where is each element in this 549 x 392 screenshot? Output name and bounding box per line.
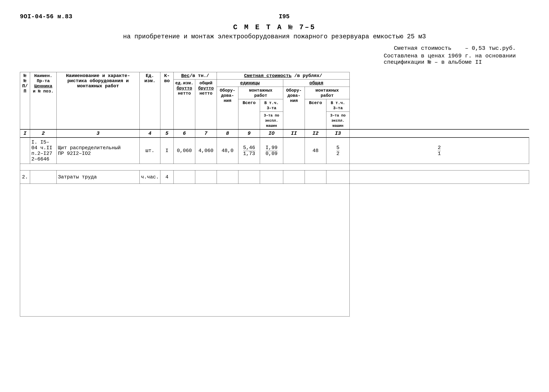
col-header-obsh-vtch: В т.ч.3–та (326, 99, 350, 112)
row1-kvo: I (160, 138, 174, 164)
table-spacer-row (20, 164, 529, 170)
row2-smet-unit-vsego (260, 170, 283, 184)
row2-num: 2. (20, 170, 30, 184)
idx-9: 9 (238, 129, 260, 138)
idx-7: 7 (195, 129, 217, 138)
col-header-num: № №П/П (20, 72, 30, 129)
col-header-desc: Наименование и характе-ристика оборудова… (56, 72, 140, 129)
row1-desc: Щит распределительныйПР 92I2–IO2 (56, 138, 140, 164)
row2-nn (30, 170, 56, 184)
col-header-nn: Наимен.Пр-таЦенникаи № поз. (30, 72, 56, 129)
col-header-smet-obsh-oborud: Обору-дова-ния (283, 87, 305, 129)
header: 9OI-04-56 м.83 I95 (20, 13, 529, 20)
col-header-ves-obsh: общийбруттонетто (195, 79, 217, 129)
title-sub: на приобретение и монтаж электрооборудов… (20, 33, 529, 40)
table-empty-row (20, 184, 529, 316)
row2-smet-unit-oborud (238, 170, 260, 184)
idx-5: 5 (160, 129, 174, 138)
cost-value: – 0,53 тыс.руб. (465, 45, 516, 51)
idx-6: 6 (174, 129, 195, 138)
row2-ves-netto (217, 170, 238, 184)
row1-smet-unit-vtch (283, 138, 305, 164)
table-row: 2. Затраты труда ч.час. 4 (20, 170, 529, 184)
idx-4: 4 (140, 129, 160, 138)
col-header-ves-group: Вес/в тн./ (174, 72, 217, 79)
col-header-kvo: К-во (160, 72, 174, 129)
row1-ves-brutto: 0,060 (174, 138, 195, 164)
col-header-smet-group: Сметная стоимость /в рублях/ (217, 72, 350, 79)
row1-smet-unit-oborud: 5,46 1,73 (238, 138, 260, 164)
col-header-unit-vsego: Всего (238, 99, 260, 129)
table-row: I. I5–04 ч.IIп.2–I272–6646 Щит распредел… (20, 138, 529, 164)
row2-smet-obsh-oborud (305, 170, 326, 184)
meta-cost: Сметная стоимость – 0,53 тыс.руб. (394, 45, 516, 51)
col-header-ed: Ед.изм. (140, 72, 160, 129)
row1-smet-obsh-oborud: 48 (305, 138, 326, 164)
idx-12: I2 (305, 129, 326, 138)
row2-smet-unit-vtch (283, 170, 305, 184)
idx-11: II (283, 129, 305, 138)
col-header-smet-obsh-montzh: монтажныхработ (305, 87, 350, 99)
row1-smet-obsh-vtch: 2 1 (350, 138, 529, 164)
row1-smet-obsh-vsego: 5 2 (326, 138, 350, 164)
row2-kvo: 4 (160, 170, 174, 184)
meta-info-line1: Составлена в ценах 1969 г. на основании (384, 53, 516, 59)
row1-nn: I. I5–04 ч.IIп.2–I272–6646 (30, 138, 56, 164)
row1-smet-unit-vsego: I,99 0,09 (260, 138, 283, 164)
row2-desc: Затраты труда (56, 170, 140, 184)
col-header-ves-edizm: ед.изм.бруттонетто (174, 79, 195, 129)
main-table: № №П/П Наимен.Пр-таЦенникаи № поз. Наиме… (20, 72, 529, 316)
row1-ves-obsh: 4,060 (195, 138, 217, 164)
row1-num (20, 138, 30, 164)
row2-ves-obsh (195, 170, 217, 184)
row1-ves-netto: 48,0 (217, 138, 238, 164)
col-header-unit-vtch: В т.ч.3–та (260, 99, 283, 112)
idx-8: 8 (217, 129, 238, 138)
meta-section: Сметная стоимость – 0,53 тыс.руб. Состав… (20, 45, 529, 65)
col-header-smet-unit: единицы (217, 79, 283, 87)
page-number: I95 (72, 13, 496, 20)
col-header-smet-unit-montzh: монтажныхработ (238, 87, 283, 99)
title-section: С М Е Т А № 7–5 на приобретение и монтаж… (20, 23, 529, 40)
col-header-unit-vtch2: 3–та поэкспл.машин (260, 112, 283, 129)
title-main: С М Е Т А № 7–5 (20, 23, 529, 31)
page: 9OI-04-56 м.83 I95 С М Е Т А № 7–5 на пр… (20, 13, 529, 316)
meta-info: Составлена в ценах 1969 г. на основании … (384, 53, 516, 65)
idx-1: I (20, 129, 30, 138)
doc-number: 9OI-04-56 м.83 (20, 13, 72, 20)
row2-smet-obsh-vtch (350, 170, 529, 184)
idx-10: IO (260, 129, 283, 138)
idx-2: 2 (30, 129, 56, 138)
row2-ves-brutto (174, 170, 195, 184)
row1-ed: шт. (140, 138, 160, 164)
cost-label: Сметная стоимость (394, 45, 451, 51)
idx-3: 3 (56, 129, 140, 138)
idx-13: I3 (326, 129, 350, 138)
row2-smet-obsh-vsego (326, 170, 350, 184)
col-header-smet-obsh: общая (283, 79, 350, 87)
table-header-row1: № №П/П Наимен.Пр-таЦенникаи № поз. Наиме… (20, 72, 529, 79)
col-header-obsh-vsego: Всего (305, 99, 326, 129)
row2-ed: ч.час. (140, 170, 160, 184)
meta-info-line2: спецификации № – в альбоме II (384, 59, 516, 65)
table-index-row: I 2 3 4 5 6 7 8 9 IO II I2 I3 (20, 129, 529, 138)
col-header-obsh-vtch2: 3–та поэкспл.машин (326, 112, 350, 129)
col-header-smet-unit-oborud: Обору-дова-ния (217, 87, 238, 129)
